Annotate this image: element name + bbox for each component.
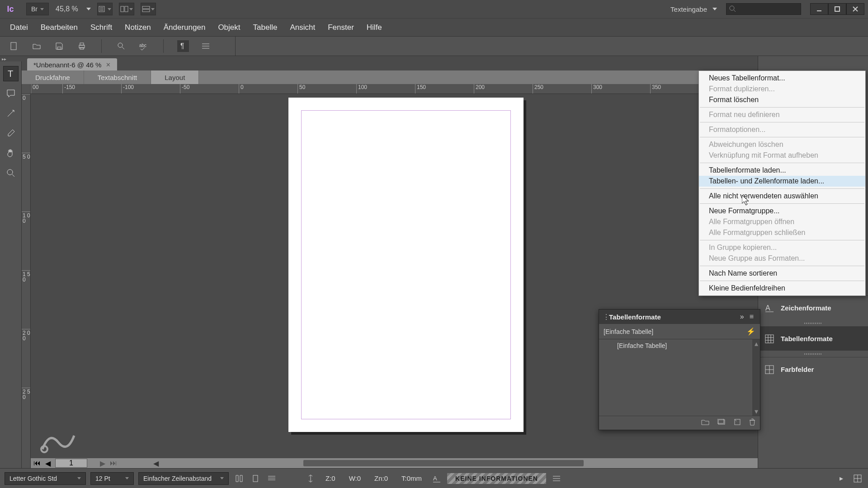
search-box[interactable] bbox=[726, 3, 801, 15]
menu-item[interactable]: Format löschen bbox=[699, 94, 865, 105]
scroll-down-icon[interactable]: ▾ bbox=[752, 407, 760, 416]
dock-farbfelder[interactable]: Farbfelder bbox=[758, 357, 868, 381]
first-page-icon[interactable]: ⏮ bbox=[33, 459, 41, 467]
dock-zeichenformate[interactable]: A Zeichenformate bbox=[758, 296, 868, 320]
list-icon[interactable] bbox=[200, 40, 212, 52]
menu-ansicht[interactable]: Ansicht bbox=[283, 23, 321, 32]
menu-item[interactable]: Tabellen- und Zellenformate laden... bbox=[699, 176, 865, 187]
ruler-horizontal[interactable]: 00 -150 -100 -50 0 50 100 150 200 250 30… bbox=[31, 84, 758, 94]
ruler-tick: 200 bbox=[474, 84, 533, 94]
scroll-left-icon[interactable]: ◀ bbox=[153, 459, 159, 468]
menu-hilfe[interactable]: Hilfe bbox=[360, 23, 388, 32]
note-tool[interactable] bbox=[3, 86, 19, 101]
menu-objekt[interactable]: Objekt bbox=[212, 23, 246, 32]
menu-fenster[interactable]: Fenster bbox=[321, 23, 360, 32]
chevron-down-icon bbox=[220, 477, 224, 479]
save-icon[interactable] bbox=[53, 40, 65, 52]
menu-item[interactable]: Tabellenformate laden... bbox=[699, 165, 865, 176]
scroll-up-icon[interactable]: ▴ bbox=[752, 339, 760, 348]
view-options-1[interactable] bbox=[97, 3, 113, 15]
expand-icon[interactable]: ▸ bbox=[835, 473, 847, 484]
dock-tabellenformate[interactable]: Tabellenformate bbox=[758, 326, 868, 351]
text-fit-icon[interactable]: A bbox=[431, 473, 443, 484]
folder-icon[interactable] bbox=[701, 419, 709, 427]
menu-item: Format duplizieren... bbox=[699, 84, 865, 94]
svg-point-16 bbox=[7, 169, 13, 175]
page[interactable] bbox=[288, 98, 524, 432]
menu-item[interactable]: Nach Name sortieren bbox=[699, 268, 865, 279]
single-col-icon[interactable] bbox=[250, 473, 261, 484]
menu-notizen[interactable]: Notizen bbox=[118, 23, 157, 32]
type-tool[interactable]: T bbox=[3, 66, 19, 81]
bridge-button[interactable]: Br bbox=[26, 3, 49, 15]
chevron-down-icon[interactable] bbox=[92, 462, 95, 465]
collapse-icon[interactable]: » bbox=[737, 313, 747, 321]
next-page-icon[interactable]: ▶ bbox=[100, 459, 105, 468]
style-item[interactable]: [Einfache Tabelle] bbox=[599, 339, 760, 352]
view-options-3[interactable] bbox=[141, 3, 156, 15]
page-number[interactable]: 1 bbox=[55, 459, 87, 468]
zoom-combo[interactable]: 45,8 % bbox=[56, 5, 91, 13]
svg-point-12 bbox=[118, 43, 123, 47]
pilcrow-icon[interactable]: ¶ bbox=[177, 40, 189, 52]
panel-current-style[interactable]: [Einfache Tabelle] ⚡ bbox=[599, 324, 760, 339]
view-tab-textabschnitt[interactable]: Textabschnitt bbox=[84, 70, 151, 84]
workspace-switcher[interactable]: Texteingabe bbox=[670, 5, 717, 13]
view-tab-druckfahne[interactable]: Druckfahne bbox=[22, 70, 84, 84]
maximize-button[interactable] bbox=[828, 3, 846, 15]
menu-aenderungen[interactable]: Änderungen bbox=[157, 23, 212, 32]
ruler-origin[interactable] bbox=[22, 84, 31, 94]
svg-rect-7 bbox=[11, 42, 16, 50]
zoom-value: 45,8 % bbox=[56, 5, 78, 13]
status-bar: Letter Gothic Std 12 Pt Einfacher Zeilen… bbox=[0, 468, 868, 488]
minimize-button[interactable] bbox=[810, 3, 828, 15]
text-frame[interactable] bbox=[301, 110, 511, 419]
vscrollbar[interactable]: ▴ ▾ bbox=[752, 339, 760, 416]
prev-page-icon[interactable]: ◀ bbox=[45, 459, 51, 468]
leading-combo[interactable]: Einfacher Zeilenabstand bbox=[138, 472, 229, 485]
toolbar: abc ¶ bbox=[0, 36, 868, 56]
eyedropper-tool[interactable] bbox=[3, 126, 19, 141]
menu-tabelle[interactable]: Tabelle bbox=[247, 23, 284, 32]
view-tab-layout[interactable]: Layout bbox=[151, 70, 199, 84]
last-page-icon[interactable]: ⏭ bbox=[110, 459, 117, 467]
close-tab-icon[interactable]: ✕ bbox=[106, 61, 111, 68]
print-icon[interactable] bbox=[76, 40, 88, 52]
menu-item[interactable]: Neue Formatgruppe... bbox=[699, 206, 865, 216]
spellcheck-icon[interactable]: abc bbox=[138, 40, 150, 52]
menu-schrift[interactable]: Schrift bbox=[84, 23, 118, 32]
list-icon[interactable] bbox=[551, 473, 562, 484]
size-combo[interactable]: 12 Pt bbox=[90, 472, 134, 485]
menu-datei[interactable]: Datei bbox=[4, 23, 34, 32]
trash-icon[interactable] bbox=[749, 418, 755, 427]
svg-rect-24 bbox=[253, 475, 258, 482]
panel-header[interactable]: ⋮ Tabellenformate » ≡ bbox=[599, 310, 760, 324]
view-options-2[interactable] bbox=[119, 3, 134, 15]
zoom-tool[interactable] bbox=[3, 165, 19, 181]
find-icon[interactable] bbox=[115, 40, 127, 52]
workspace-label: Texteingabe bbox=[670, 5, 707, 13]
menu-item[interactable]: Kleine Bedienfeldreihen bbox=[699, 283, 865, 294]
open-icon[interactable] bbox=[31, 40, 42, 52]
svg-rect-4 bbox=[142, 9, 150, 12]
collapse-tools-icon[interactable]: ▸▸ bbox=[0, 56, 22, 61]
menu-bearbeiten[interactable]: Bearbeiten bbox=[34, 23, 84, 32]
menu-item[interactable]: Alle nicht verwendeten auswählen bbox=[699, 191, 865, 202]
new-group-icon[interactable] bbox=[717, 419, 726, 427]
depth-icon[interactable] bbox=[305, 473, 316, 484]
close-button[interactable] bbox=[846, 3, 864, 15]
menu-item[interactable]: Neues Tabellenformat... bbox=[699, 73, 865, 84]
new-style-icon[interactable] bbox=[734, 418, 741, 427]
new-doc-icon[interactable] bbox=[8, 40, 20, 52]
columns-icon[interactable] bbox=[233, 473, 245, 484]
position-tool[interactable] bbox=[3, 106, 19, 121]
document-tab[interactable]: *Unbenannt-6 @ 46 % ✕ bbox=[27, 58, 117, 70]
grid-icon[interactable] bbox=[852, 473, 863, 484]
justify-icon[interactable] bbox=[266, 473, 278, 484]
panel-menu-icon[interactable]: ≡ bbox=[747, 313, 756, 321]
hscroll-thumb[interactable] bbox=[303, 460, 584, 466]
ruler-vertical[interactable]: 0 5 0 1 0 0 1 5 0 2 0 0 2 5 0 bbox=[22, 94, 31, 468]
font-combo[interactable]: Letter Gothic Std bbox=[5, 472, 86, 485]
hand-tool[interactable] bbox=[3, 145, 19, 161]
character-styles-icon: A bbox=[764, 302, 775, 314]
